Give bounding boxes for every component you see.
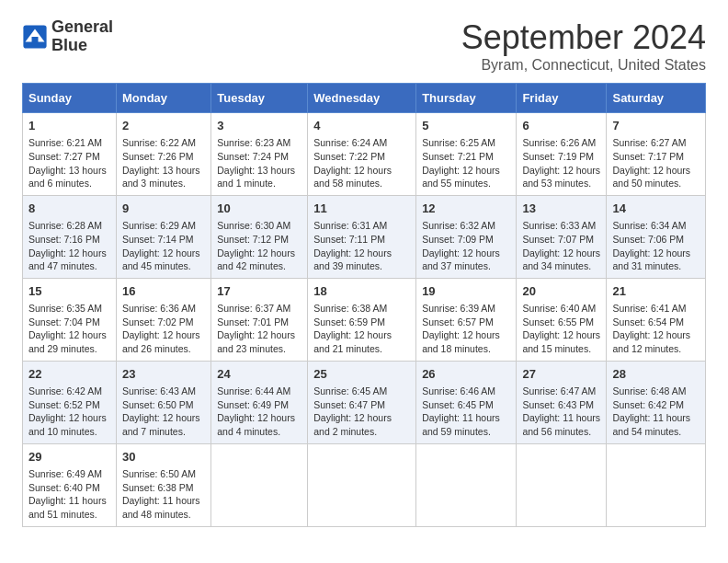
day-info: Sunset: 6:42 PM <box>612 398 700 412</box>
calendar-cell <box>517 443 607 526</box>
day-info: Sunrise: 6:28 AM <box>28 219 110 233</box>
calendar-cell: 3Sunrise: 6:23 AMSunset: 7:24 PMDaylight… <box>211 113 308 196</box>
day-number: 19 <box>422 283 510 300</box>
svg-rect-2 <box>32 37 39 44</box>
day-info: Sunrise: 6:48 AM <box>612 385 700 398</box>
day-info: Sunset: 7:14 PM <box>122 233 205 247</box>
day-number: 8 <box>28 201 110 217</box>
day-info: Sunset: 7:04 PM <box>28 316 110 329</box>
calendar-cell: 26Sunrise: 6:46 AMSunset: 6:45 PMDayligh… <box>416 361 517 443</box>
day-number: 6 <box>522 118 600 134</box>
weekday-header-wednesday: Wednesday <box>308 84 416 113</box>
day-info: Daylight: 12 hours and 31 minutes. <box>612 247 700 273</box>
day-number: 30 <box>122 449 205 465</box>
weekday-header-saturday: Saturday <box>607 84 706 113</box>
calendar-cell <box>308 443 416 526</box>
calendar-cell: 16Sunrise: 6:36 AMSunset: 7:02 PMDayligh… <box>116 278 210 361</box>
day-info: Sunset: 7:09 PM <box>422 233 510 247</box>
day-info: Daylight: 12 hours and 34 minutes. <box>522 247 600 273</box>
day-info: Sunrise: 6:34 AM <box>612 219 700 233</box>
day-info: Daylight: 11 hours and 54 minutes. <box>612 411 700 438</box>
day-info: Sunset: 6:38 PM <box>122 481 205 495</box>
day-info: Sunrise: 6:46 AM <box>422 385 510 398</box>
day-info: Sunset: 7:02 PM <box>122 316 205 329</box>
day-info: Sunset: 6:55 PM <box>522 316 600 329</box>
day-info: Sunrise: 6:39 AM <box>422 302 510 316</box>
day-number: 3 <box>217 118 301 134</box>
day-info: Daylight: 11 hours and 56 minutes. <box>522 411 600 438</box>
day-info: Sunset: 7:19 PM <box>522 150 600 164</box>
day-info: Daylight: 12 hours and 58 minutes. <box>313 164 410 190</box>
day-number: 9 <box>122 201 205 217</box>
weekday-header-monday: Monday <box>116 84 210 113</box>
calendar-cell <box>416 443 517 526</box>
calendar-cell: 8Sunrise: 6:28 AMSunset: 7:16 PMDaylight… <box>23 195 117 278</box>
day-info: Daylight: 12 hours and 12 minutes. <box>612 328 700 355</box>
day-info: Daylight: 12 hours and 7 minutes. <box>122 411 205 438</box>
day-info: Daylight: 12 hours and 55 minutes. <box>422 164 510 190</box>
day-number: 29 <box>28 449 110 465</box>
day-info: Daylight: 12 hours and 21 minutes. <box>313 328 410 355</box>
day-number: 4 <box>313 118 410 134</box>
day-info: Daylight: 11 hours and 51 minutes. <box>28 494 110 521</box>
day-info: Sunset: 7:24 PM <box>217 150 301 164</box>
calendar-cell: 12Sunrise: 6:32 AMSunset: 7:09 PMDayligh… <box>416 195 517 278</box>
day-number: 21 <box>612 283 700 300</box>
calendar-cell <box>211 443 308 526</box>
day-info: Daylight: 12 hours and 37 minutes. <box>422 247 510 273</box>
day-info: Sunset: 6:50 PM <box>122 398 205 412</box>
calendar-cell: 25Sunrise: 6:45 AMSunset: 6:47 PMDayligh… <box>308 361 416 443</box>
calendar-cell: 5Sunrise: 6:25 AMSunset: 7:21 PMDaylight… <box>416 113 517 196</box>
day-number: 20 <box>522 283 600 300</box>
day-info: Sunset: 7:12 PM <box>217 233 301 247</box>
day-info: Sunrise: 6:31 AM <box>313 219 410 233</box>
day-info: Daylight: 12 hours and 47 minutes. <box>28 247 110 273</box>
day-info: Sunrise: 6:26 AM <box>522 136 600 150</box>
calendar-cell: 13Sunrise: 6:33 AMSunset: 7:07 PMDayligh… <box>517 195 607 278</box>
title-area: September 2024 Byram, Connecticut, Unite… <box>461 18 706 74</box>
header: General Blue September 2024 Byram, Conne… <box>22 18 706 74</box>
logo-text: General Blue <box>51 18 113 55</box>
month-title: September 2024 <box>461 18 706 57</box>
day-info: Sunset: 7:21 PM <box>422 150 510 164</box>
day-info: Sunset: 7:17 PM <box>612 150 700 164</box>
logo: General Blue <box>22 18 113 55</box>
day-info: Sunset: 6:40 PM <box>28 481 110 495</box>
day-number: 13 <box>522 201 600 217</box>
day-number: 5 <box>422 118 510 134</box>
day-info: Sunset: 7:26 PM <box>122 150 205 164</box>
day-number: 26 <box>422 366 510 383</box>
day-number: 23 <box>122 366 205 383</box>
day-info: Daylight: 12 hours and 39 minutes. <box>313 247 410 273</box>
day-info: Daylight: 12 hours and 15 minutes. <box>522 328 600 355</box>
day-info: Sunrise: 6:40 AM <box>522 302 600 316</box>
day-info: Sunrise: 6:24 AM <box>313 136 410 150</box>
weekday-header-sunday: Sunday <box>23 84 117 113</box>
calendar-cell: 17Sunrise: 6:37 AMSunset: 7:01 PMDayligh… <box>211 278 308 361</box>
day-info: Sunrise: 6:38 AM <box>313 302 410 316</box>
day-info: Sunrise: 6:35 AM <box>28 302 110 316</box>
day-info: Sunrise: 6:21 AM <box>28 136 110 150</box>
day-info: Sunset: 6:59 PM <box>313 316 410 329</box>
day-info: Daylight: 12 hours and 23 minutes. <box>217 328 301 355</box>
day-info: Sunrise: 6:25 AM <box>422 136 510 150</box>
day-info: Daylight: 12 hours and 45 minutes. <box>122 247 205 273</box>
day-info: Sunrise: 6:33 AM <box>522 219 600 233</box>
calendar-cell: 23Sunrise: 6:43 AMSunset: 6:50 PMDayligh… <box>116 361 210 443</box>
day-info: Sunrise: 6:22 AM <box>122 136 205 150</box>
day-info: Daylight: 12 hours and 53 minutes. <box>522 164 600 190</box>
day-number: 25 <box>313 366 410 383</box>
day-info: Sunrise: 6:27 AM <box>612 136 700 150</box>
day-number: 1 <box>28 118 110 134</box>
day-info: Daylight: 12 hours and 26 minutes. <box>122 328 205 355</box>
day-info: Daylight: 12 hours and 50 minutes. <box>612 164 700 190</box>
day-info: Daylight: 12 hours and 4 minutes. <box>217 411 301 438</box>
day-info: Sunset: 7:01 PM <box>217 316 301 329</box>
calendar-table: SundayMondayTuesdayWednesdayThursdayFrid… <box>22 83 706 527</box>
day-info: Sunrise: 6:45 AM <box>313 385 410 398</box>
calendar-cell: 1Sunrise: 6:21 AMSunset: 7:27 PMDaylight… <box>23 113 117 196</box>
weekday-header-tuesday: Tuesday <box>211 84 308 113</box>
day-info: Sunset: 6:49 PM <box>217 398 301 412</box>
day-number: 10 <box>217 201 301 217</box>
day-info: Sunset: 6:47 PM <box>313 398 410 412</box>
